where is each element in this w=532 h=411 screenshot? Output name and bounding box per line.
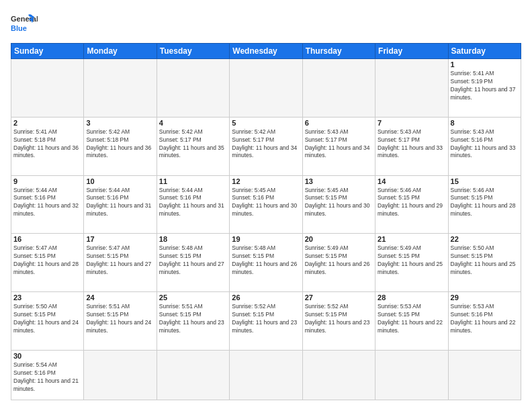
day-info: Sunrise: 5:43 AM Sunset: 5:17 PM Dayligh… [305,128,373,161]
calendar-cell: 8Sunrise: 5:43 AM Sunset: 5:16 PM Daylig… [448,117,521,175]
calendar-cell: 28Sunrise: 5:53 AM Sunset: 5:15 PM Dayli… [375,292,448,351]
calendar-cell: 24Sunrise: 5:51 AM Sunset: 5:15 PM Dayli… [84,292,157,351]
day-number: 23 [13,293,81,302]
weekday-header-saturday: Saturday [448,44,521,59]
day-number: 6 [305,119,373,127]
day-info: Sunrise: 5:45 AM Sunset: 5:15 PM Dayligh… [305,187,373,219]
day-number: 26 [232,293,300,302]
day-info: Sunrise: 5:42 AM Sunset: 5:18 PM Dayligh… [86,128,154,161]
day-number: 7 [378,119,445,127]
day-number: 12 [232,177,300,185]
logo-container: General Blue [11,11,38,38]
day-number: 15 [451,177,519,185]
calendar-cell: 29Sunrise: 5:53 AM Sunset: 5:16 PM Dayli… [448,292,521,351]
day-info: Sunrise: 5:51 AM Sunset: 5:15 PM Dayligh… [159,303,227,335]
day-info: Sunrise: 5:42 AM Sunset: 5:17 PM Dayligh… [232,128,300,161]
day-number: 8 [451,119,519,127]
calendar-cell: 18Sunrise: 5:48 AM Sunset: 5:15 PM Dayli… [157,234,229,292]
day-info: Sunrise: 5:50 AM Sunset: 5:15 PM Dayligh… [451,244,519,277]
calendar-cell: 21Sunrise: 5:49 AM Sunset: 5:15 PM Dayli… [375,234,448,292]
calendar-cell: 12Sunrise: 5:45 AM Sunset: 5:16 PM Dayli… [230,175,302,234]
weekday-header-thursday: Thursday [302,44,375,59]
day-number: 16 [13,235,81,243]
calendar-cell: 26Sunrise: 5:52 AM Sunset: 5:15 PM Dayli… [230,292,302,351]
day-number: 9 [13,177,81,185]
calendar-cell: 11Sunrise: 5:44 AM Sunset: 5:16 PM Dayli… [157,175,229,234]
calendar-cell [157,59,229,118]
day-info: Sunrise: 5:41 AM Sunset: 5:18 PM Dayligh… [13,128,81,161]
day-number: 27 [305,293,373,302]
weekday-header-tuesday: Tuesday [157,44,229,59]
day-number: 10 [86,177,154,185]
calendar-cell: 2Sunrise: 5:41 AM Sunset: 5:18 PM Daylig… [11,117,84,175]
day-number: 24 [86,293,154,302]
calendar-week-2: 2Sunrise: 5:41 AM Sunset: 5:18 PM Daylig… [11,117,521,175]
svg-text:Blue: Blue [11,24,27,32]
day-number: 17 [86,235,154,243]
day-info: Sunrise: 5:42 AM Sunset: 5:17 PM Dayligh… [159,128,227,161]
day-number: 11 [159,177,227,185]
calendar-week-5: 23Sunrise: 5:50 AM Sunset: 5:15 PM Dayli… [11,292,521,351]
calendar-cell: 25Sunrise: 5:51 AM Sunset: 5:15 PM Dayli… [157,292,229,351]
day-number: 13 [305,177,373,185]
calendar-cell: 9Sunrise: 5:44 AM Sunset: 5:16 PM Daylig… [11,175,84,234]
day-number: 22 [451,235,519,243]
calendar-cell: 5Sunrise: 5:42 AM Sunset: 5:17 PM Daylig… [230,117,302,175]
day-info: Sunrise: 5:46 AM Sunset: 5:15 PM Dayligh… [378,187,445,219]
day-number: 4 [159,119,227,127]
calendar-cell [84,59,157,118]
calendar-cell: 23Sunrise: 5:50 AM Sunset: 5:15 PM Dayli… [11,292,84,351]
calendar-cell: 19Sunrise: 5:48 AM Sunset: 5:15 PM Dayli… [230,234,302,292]
day-number: 25 [159,293,227,302]
day-info: Sunrise: 5:48 AM Sunset: 5:15 PM Dayligh… [232,244,300,277]
day-number: 1 [451,60,519,68]
calendar-cell: 16Sunrise: 5:47 AM Sunset: 5:15 PM Dayli… [11,234,84,292]
day-info: Sunrise: 5:44 AM Sunset: 5:16 PM Dayligh… [159,187,227,219]
day-info: Sunrise: 5:43 AM Sunset: 5:16 PM Dayligh… [451,128,519,161]
svg-text:General: General [11,15,38,23]
day-info: Sunrise: 5:44 AM Sunset: 5:16 PM Dayligh… [13,187,81,219]
header: General Blue [11,11,521,38]
calendar-cell [84,350,157,400]
calendar-cell [375,350,448,400]
day-number: 28 [378,293,445,302]
calendar-cell [302,59,375,118]
weekday-header-row: SundayMondayTuesdayWednesdayThursdayFrid… [11,44,521,59]
calendar-cell: 20Sunrise: 5:49 AM Sunset: 5:15 PM Dayli… [302,234,375,292]
weekday-header-wednesday: Wednesday [230,44,302,59]
day-info: Sunrise: 5:54 AM Sunset: 5:16 PM Dayligh… [13,361,81,394]
calendar-cell: 1Sunrise: 5:41 AM Sunset: 5:19 PM Daylig… [448,59,521,118]
day-number: 5 [232,119,300,127]
calendar-cell [11,59,84,118]
calendar-table: SundayMondayTuesdayWednesdayThursdayFrid… [11,43,521,400]
calendar-cell: 22Sunrise: 5:50 AM Sunset: 5:15 PM Dayli… [448,234,521,292]
day-info: Sunrise: 5:50 AM Sunset: 5:15 PM Dayligh… [13,303,81,335]
day-info: Sunrise: 5:47 AM Sunset: 5:15 PM Dayligh… [13,244,81,277]
day-info: Sunrise: 5:53 AM Sunset: 5:16 PM Dayligh… [451,303,519,335]
calendar-cell [230,59,302,118]
calendar-cell: 4Sunrise: 5:42 AM Sunset: 5:17 PM Daylig… [157,117,229,175]
calendar-week-4: 16Sunrise: 5:47 AM Sunset: 5:15 PM Dayli… [11,234,521,292]
day-number: 19 [232,235,300,243]
logo-bird-icon: General Blue [11,11,38,38]
day-number: 20 [305,235,373,243]
day-info: Sunrise: 5:52 AM Sunset: 5:15 PM Dayligh… [232,303,300,335]
weekday-header-sunday: Sunday [11,44,84,59]
calendar-cell: 15Sunrise: 5:46 AM Sunset: 5:15 PM Dayli… [448,175,521,234]
calendar-cell: 10Sunrise: 5:44 AM Sunset: 5:16 PM Dayli… [84,175,157,234]
calendar-week-1: 1Sunrise: 5:41 AM Sunset: 5:19 PM Daylig… [11,59,521,118]
day-info: Sunrise: 5:48 AM Sunset: 5:15 PM Dayligh… [159,244,227,277]
day-info: Sunrise: 5:44 AM Sunset: 5:16 PM Dayligh… [86,187,154,219]
day-info: Sunrise: 5:47 AM Sunset: 5:15 PM Dayligh… [86,244,154,277]
day-number: 29 [451,293,519,302]
day-info: Sunrise: 5:49 AM Sunset: 5:15 PM Dayligh… [378,244,445,277]
day-info: Sunrise: 5:46 AM Sunset: 5:15 PM Dayligh… [451,187,519,219]
calendar-cell: 14Sunrise: 5:46 AM Sunset: 5:15 PM Dayli… [375,175,448,234]
calendar-cell: 7Sunrise: 5:43 AM Sunset: 5:17 PM Daylig… [375,117,448,175]
day-number: 14 [378,177,445,185]
calendar-cell [375,59,448,118]
day-info: Sunrise: 5:43 AM Sunset: 5:17 PM Dayligh… [378,128,445,161]
calendar-cell: 17Sunrise: 5:47 AM Sunset: 5:15 PM Dayli… [84,234,157,292]
calendar-cell: 30Sunrise: 5:54 AM Sunset: 5:16 PM Dayli… [11,350,84,400]
day-info: Sunrise: 5:52 AM Sunset: 5:15 PM Dayligh… [305,303,373,335]
